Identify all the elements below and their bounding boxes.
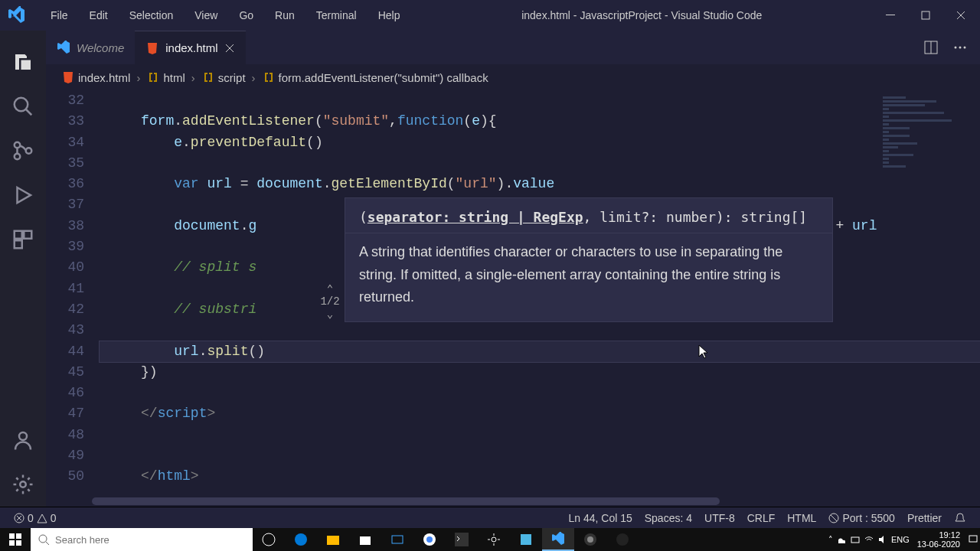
menu-edit[interactable]: Edit (79, 9, 119, 21)
code-line[interactable] (100, 445, 980, 466)
breadcrumb-segment[interactable]: html (163, 71, 185, 84)
svg-point-35 (616, 533, 629, 546)
maximize-button[interactable] (908, 0, 943, 31)
app-icon[interactable] (606, 528, 639, 551)
problems-status[interactable]: 0 0 (8, 512, 63, 524)
chrome-icon[interactable] (413, 528, 446, 551)
obs-icon[interactable] (574, 528, 606, 551)
html-file-icon (145, 41, 159, 55)
indentation-status[interactable]: Spaces: 4 (639, 512, 698, 524)
code-line[interactable] (100, 425, 980, 445)
svg-point-4 (15, 154, 21, 160)
code-line[interactable] (100, 320, 980, 341)
code-line[interactable] (100, 90, 980, 111)
main-menu: FileEditSelectionViewGoRunTerminalHelp (40, 9, 410, 21)
svg-point-34 (587, 536, 593, 543)
svg-rect-18 (9, 533, 15, 539)
menu-help[interactable]: Help (368, 9, 411, 21)
system-tray[interactable]: ˄ ENG 19:12 13-06-2020 (828, 530, 980, 549)
sticky-notes-icon[interactable] (510, 528, 542, 551)
search-input[interactable] (55, 534, 245, 546)
html-file-icon (61, 70, 75, 84)
code-line[interactable]: form.addEventListener("submit",function(… (100, 111, 980, 132)
menu-terminal[interactable]: Terminal (305, 9, 368, 21)
svg-rect-26 (360, 536, 371, 545)
code-line[interactable]: }) (100, 362, 980, 383)
code-editor[interactable]: 32333435363738394041424344454647484950 f… (46, 90, 980, 496)
code-line[interactable]: </script> (100, 403, 980, 424)
svg-rect-20 (9, 540, 15, 546)
settings-icon[interactable] (478, 528, 510, 551)
line-number: 46 (46, 383, 84, 403)
language-mode[interactable]: HTML (781, 512, 822, 524)
svg-rect-32 (521, 534, 531, 545)
terminal-icon[interactable] (446, 528, 478, 551)
tab-index-html[interactable]: index.html (135, 31, 245, 64)
search-icon[interactable] (11, 95, 34, 118)
breadcrumb-segment[interactable]: index.html (78, 71, 130, 84)
breadcrumb-segment[interactable]: form.addEventListener("submit") callback (279, 71, 488, 84)
line-number: 35 (46, 153, 84, 174)
input-icon[interactable] (850, 534, 861, 545)
mail-icon[interactable] (381, 528, 413, 551)
encoding-status[interactable]: UTF-8 (698, 512, 741, 524)
menu-go[interactable]: Go (228, 9, 264, 21)
live-server-status[interactable]: Port : 5500 (822, 512, 901, 524)
code-line[interactable]: url.split() (100, 341, 980, 362)
explorer-icon[interactable] (11, 51, 34, 73)
cortana-icon[interactable] (253, 528, 285, 551)
clock[interactable]: 19:12 13-06-2020 (913, 530, 965, 549)
horizontal-scrollbar[interactable] (46, 496, 980, 507)
code-line[interactable]: var url = document.getElementById("url")… (100, 174, 980, 194)
eol-status[interactable]: CRLF (741, 512, 782, 524)
file-explorer-icon[interactable] (317, 528, 349, 551)
code-line[interactable] (100, 153, 980, 174)
language-indicator[interactable]: ENG (891, 535, 910, 544)
account-icon[interactable] (11, 429, 34, 452)
edge-icon[interactable] (285, 528, 317, 551)
svg-point-13 (955, 47, 957, 49)
code-line[interactable]: e.preventDefault() (100, 132, 980, 153)
settings-gear-icon[interactable] (11, 473, 34, 496)
menu-view[interactable]: View (184, 9, 228, 21)
menu-file[interactable]: File (40, 9, 79, 21)
breadcrumbs[interactable]: index.html›html›script›form.addEventList… (46, 64, 980, 90)
run-debug-icon[interactable] (11, 184, 34, 207)
brackets-icon (262, 70, 276, 84)
onedrive-icon[interactable] (836, 534, 847, 545)
svg-rect-8 (15, 240, 22, 248)
volume-icon[interactable] (877, 534, 888, 545)
source-control-icon[interactable] (11, 139, 34, 162)
menu-selection[interactable]: Selection (119, 9, 185, 21)
extensions-icon[interactable] (11, 228, 34, 251)
store-icon[interactable] (349, 528, 381, 551)
status-bar: 0 0 Ln 44, Col 15 Spaces: 4 UTF-8 CRLF H… (0, 507, 980, 528)
menu-run[interactable]: Run (264, 9, 305, 21)
prettier-status[interactable]: Prettier (901, 512, 948, 524)
signature-prev-icon[interactable]: ⌃ (318, 282, 341, 295)
windows-taskbar: ˄ ENG 19:12 13-06-2020 (0, 528, 980, 551)
split-editor-icon[interactable] (923, 40, 939, 55)
minimize-button[interactable] (873, 0, 908, 31)
line-number: 44 (46, 341, 84, 362)
notifications-icon[interactable] (948, 512, 972, 524)
signature-next-icon[interactable]: ⌄ (318, 308, 341, 321)
breadcrumb-segment[interactable]: script (218, 71, 246, 84)
vscode-taskbar-icon[interactable] (542, 528, 574, 551)
taskbar-search[interactable] (31, 528, 253, 551)
tab-welcome[interactable]: Welcome (46, 31, 135, 64)
wifi-icon[interactable] (864, 534, 874, 545)
line-number: 48 (46, 425, 84, 445)
brackets-icon (201, 70, 215, 84)
brackets-icon (146, 70, 160, 84)
code-line[interactable]: </html> (100, 466, 980, 487)
code-line[interactable] (100, 383, 980, 403)
close-button[interactable] (943, 0, 978, 31)
tray-expand-icon[interactable]: ˄ (828, 535, 833, 545)
action-center-icon[interactable] (968, 534, 978, 545)
more-actions-icon[interactable] (952, 40, 968, 55)
close-tab-icon[interactable] (224, 43, 235, 54)
line-number: 39 (46, 236, 84, 257)
start-button[interactable] (0, 528, 31, 551)
cursor-position[interactable]: Ln 44, Col 15 (562, 512, 638, 524)
